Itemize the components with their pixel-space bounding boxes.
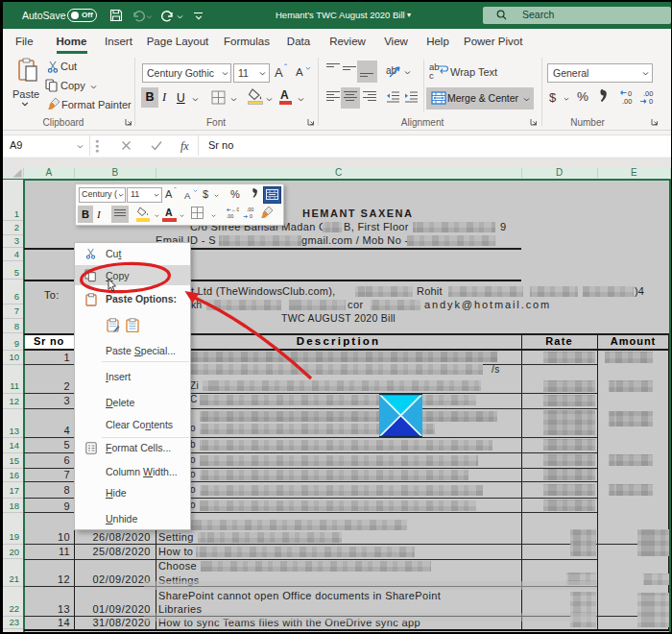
svg-text:.00: .00 [247,207,254,212]
svg-text:0: 0 [250,213,252,219]
svg-text:.00: .00 [227,213,234,219]
svg-text:0: 0 [649,97,653,106]
svg-text:.00: .00 [622,97,632,106]
svg-text:←0: ←0 [231,207,239,212]
